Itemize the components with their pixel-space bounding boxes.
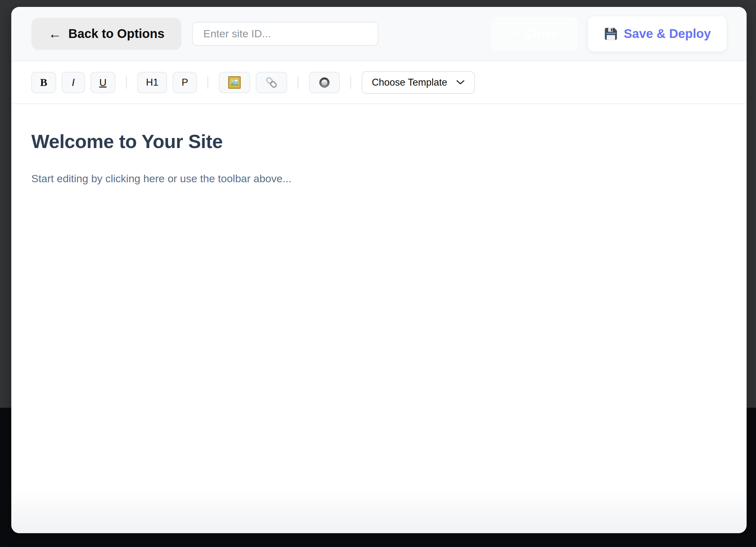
- close-label: Close: [524, 27, 559, 41]
- editor-heading[interactable]: Welcome to Your Site: [31, 130, 727, 152]
- save-deploy-label: Save & Deploy: [624, 27, 711, 41]
- close-x-icon: ×: [511, 27, 518, 40]
- toolbar-separator: [298, 76, 298, 89]
- template-select-label: Choose Template: [372, 77, 447, 88]
- insert-link-button[interactable]: [256, 72, 287, 93]
- site-id-input[interactable]: [192, 22, 378, 46]
- bold-button[interactable]: B: [31, 72, 56, 93]
- editor-paragraph[interactable]: Start editing by clicking here or use th…: [31, 171, 727, 186]
- heading1-button[interactable]: H1: [137, 72, 167, 93]
- paragraph-button[interactable]: P: [173, 72, 197, 93]
- back-to-options-button[interactable]: ← Back to Options: [31, 18, 181, 50]
- close-button[interactable]: × Close: [492, 17, 577, 50]
- floppy-disk-icon: [604, 27, 618, 41]
- site-editor-window: ← Back to Options × Close Save & Deploy …: [11, 7, 747, 533]
- framed-picture-icon: [228, 76, 241, 89]
- toolbar-separator: [126, 76, 127, 89]
- chevron-down-icon: [456, 80, 465, 85]
- radio-button-icon: [318, 76, 331, 89]
- insert-image-button[interactable]: [219, 72, 250, 93]
- italic-button[interactable]: I: [62, 72, 85, 93]
- editor-canvas[interactable]: Welcome to Your Site Start editing by cl…: [11, 104, 747, 532]
- template-select[interactable]: Choose Template: [362, 71, 475, 94]
- back-to-options-label: Back to Options: [68, 27, 165, 41]
- toolbar-separator: [207, 76, 208, 89]
- toolbar-separator: [350, 76, 351, 89]
- top-bar: ← Back to Options × Close Save & Deploy: [11, 7, 747, 61]
- chain-link-icon: [265, 76, 278, 89]
- save-deploy-button[interactable]: Save & Deploy: [588, 16, 727, 51]
- radio-tool-button[interactable]: [309, 72, 340, 93]
- underline-button[interactable]: U: [91, 72, 115, 93]
- left-arrow-icon: ←: [48, 27, 61, 40]
- formatting-toolbar: B I U H1 P: [11, 61, 747, 104]
